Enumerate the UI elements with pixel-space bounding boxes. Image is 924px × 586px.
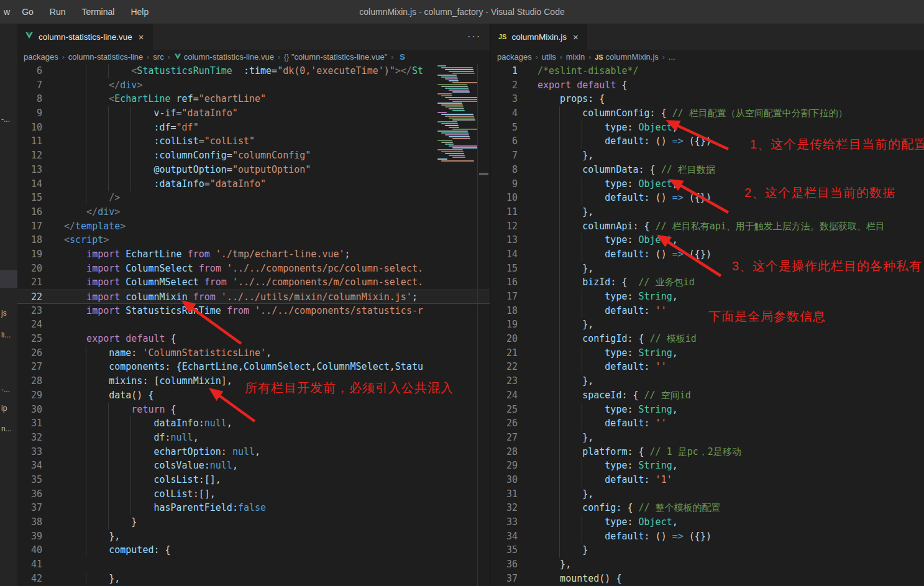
code-line-39[interactable]: 39},: [17, 529, 490, 544]
minimap[interactable]: [435, 65, 477, 168]
menu-item-terminal[interactable]: Terminal: [74, 0, 123, 24]
code-line-33[interactable]: 33echartOption: null,: [17, 445, 490, 459]
code-line-17[interactable]: 17</template>: [17, 219, 490, 234]
code-line-19[interactable]: 19},: [491, 318, 924, 332]
menu-item-run[interactable]: Run: [42, 0, 74, 24]
code-line-3[interactable]: 3props: {: [491, 92, 924, 106]
explorer-sidebar-clipped[interactable]: -...jsli...-...ipn...: [0, 24, 17, 586]
breadcrumb-item[interactable]: mixin: [566, 52, 585, 62]
menu-item-w[interactable]: w: [2, 0, 14, 24]
code-line-27[interactable]: 27components: {EchartLine,ColumnSelect,C…: [17, 360, 490, 374]
code-line-6[interactable]: 6default: () => ({}): [491, 134, 924, 149]
code-line-33[interactable]: 33type: Object,: [491, 515, 924, 529]
code-line-28[interactable]: 28mixins: [columnMixin],: [17, 374, 490, 388]
breadcrumb-item[interactable]: {}"column-statistics-line.vue": [284, 52, 387, 62]
code-line-19[interactable]: 19import EchartLine from './tmp/echart-l…: [17, 247, 490, 262]
code-editor-right[interactable]: 1/*eslint-disable*/2export default {3pro…: [491, 64, 924, 586]
code-line-32[interactable]: 32df:null,: [17, 431, 490, 445]
code-line-25[interactable]: 25export default {: [17, 332, 490, 346]
code-line-34[interactable]: 34default: () => ({}): [491, 529, 924, 544]
code-line-16[interactable]: 16bizId: { // 业务包id: [491, 275, 924, 290]
code-line-29[interactable]: 29type: String,: [491, 459, 924, 473]
sidebar-file-item[interactable]: -...: [1, 115, 17, 124]
code-line-37[interactable]: 37hasParentField:false: [17, 501, 490, 515]
code-line-29[interactable]: 29data() {: [17, 388, 490, 403]
code-line-34[interactable]: 34colsValue:null,: [17, 459, 490, 473]
close-icon[interactable]: ×: [137, 32, 145, 42]
code-line-17[interactable]: 17type: String,: [491, 290, 924, 304]
menu-item-go[interactable]: Go: [14, 0, 42, 24]
code-line-7[interactable]: 7</div>: [17, 78, 490, 93]
code-line-9[interactable]: 9v-if="dataInfo": [17, 106, 490, 121]
code-line-36[interactable]: 36},: [491, 557, 924, 572]
scrollbar[interactable]: [477, 64, 490, 586]
code-line-18[interactable]: 18<script>: [17, 233, 490, 247]
more-actions-icon[interactable]: ···: [467, 24, 481, 50]
code-line-38[interactable]: 38}: [17, 515, 490, 529]
breadcrumb-item[interactable]: src: [153, 52, 163, 62]
code-line-21[interactable]: 21import ColumnMSelect from '../../compo…: [17, 275, 490, 290]
code-line-26[interactable]: 26default: '': [491, 416, 924, 431]
tab-column-statistics-line-vue[interactable]: column-statistics-line.vue ×: [17, 24, 153, 50]
code-editor-left[interactable]: 6<StatusticsRunTime :time="dk(0,'execute…: [17, 64, 490, 586]
breadcrumb-item[interactable]: ...: [669, 52, 675, 62]
breadcrumb-item[interactable]: JScolumnMixin.js: [595, 52, 659, 62]
code-line-15[interactable]: 15},: [491, 262, 924, 276]
code-line-32[interactable]: 32config: { // 整个模板的配置: [491, 501, 924, 515]
breadcrumb-item[interactable]: S: [397, 52, 405, 62]
code-line-12[interactable]: 12columnApi: { // 栏目私有api、用于触发上层方法。数据获取、…: [491, 219, 924, 234]
code-line-13[interactable]: 13@outputOption="outputOption": [17, 163, 490, 177]
menu-item-help[interactable]: Help: [122, 0, 157, 24]
code-line-14[interactable]: 14default: () => ({}): [491, 247, 924, 262]
code-line-11[interactable]: 11:colList="colList": [17, 134, 490, 149]
code-line-18[interactable]: 18default: '': [491, 304, 924, 318]
code-line-31[interactable]: 31},: [491, 487, 924, 501]
code-line-13[interactable]: 13type: Object,: [491, 233, 924, 247]
code-line-2[interactable]: 2export default {: [491, 78, 924, 93]
code-line-21[interactable]: 21type: String,: [491, 346, 924, 360]
sidebar-file-item[interactable]: n...: [1, 424, 17, 433]
code-line-24[interactable]: 24: [17, 318, 490, 332]
code-line-22[interactable]: 22default: '': [491, 360, 924, 374]
code-line-14[interactable]: 14:dataInfo="dataInfo": [17, 177, 490, 191]
code-line-26[interactable]: 26name: 'ColumnStatisticsLine',: [17, 346, 490, 360]
code-line-35[interactable]: 35colsList:[],: [17, 473, 490, 487]
code-line-25[interactable]: 25type: String,: [491, 403, 924, 417]
code-line-37[interactable]: 37mounted() {: [491, 572, 924, 586]
breadcrumb-item[interactable]: utils: [542, 52, 556, 62]
code-line-20[interactable]: 20import ColumnSelect from '../../compon…: [17, 262, 490, 276]
breadcrumb-item[interactable]: packages: [24, 52, 58, 62]
breadcrumb-item[interactable]: packages: [497, 52, 532, 62]
code-line-11[interactable]: 11},: [491, 205, 924, 219]
code-line-20[interactable]: 20configId: { // 模板id: [491, 332, 924, 346]
code-line-31[interactable]: 31dataInfo:null,: [17, 416, 490, 431]
code-line-15[interactable]: 15/>: [17, 191, 490, 205]
code-line-12[interactable]: 12:columnConfig="columnConfig": [17, 149, 490, 163]
code-line-4[interactable]: 4columnConfig: { // 栏目配置（从空间配置中分割下拉的）: [491, 106, 924, 121]
code-line-36[interactable]: 36colList:[],: [17, 487, 490, 501]
code-line-6[interactable]: 6<StatusticsRunTime :time="dk(0,'execute…: [17, 64, 490, 78]
breadcrumb-item[interactable]: column-statistics-line.vue: [174, 52, 274, 62]
breadcrumb-item[interactable]: column-statistics-line: [68, 52, 144, 62]
code-line-7[interactable]: 7},: [491, 149, 924, 163]
tab-columnmixin-js[interactable]: JS columnMixin.js ×: [491, 24, 588, 50]
code-line-30[interactable]: 30return {: [17, 403, 490, 417]
sidebar-file-item[interactable]: ip: [1, 404, 17, 413]
sidebar-file-item[interactable]: li...: [1, 331, 17, 339]
code-line-10[interactable]: 10:df="df": [17, 121, 490, 135]
code-line-41[interactable]: 41: [17, 557, 490, 572]
code-line-1[interactable]: 1/*eslint-disable*/: [491, 64, 924, 78]
code-line-40[interactable]: 40computed: {: [17, 543, 490, 557]
code-line-16[interactable]: 16</div>: [17, 205, 490, 219]
code-line-5[interactable]: 5type: Object,: [491, 121, 924, 135]
sidebar-file-item[interactable]: -...: [1, 385, 17, 394]
close-icon[interactable]: ×: [572, 32, 580, 42]
sidebar-selected-row[interactable]: [0, 270, 17, 288]
code-line-27[interactable]: 27},: [491, 431, 924, 445]
code-line-10[interactable]: 10default: () => ({}): [491, 191, 924, 205]
code-line-30[interactable]: 30default: '1': [491, 473, 924, 487]
code-line-23[interactable]: 23},: [491, 374, 924, 388]
sidebar-file-item[interactable]: js: [1, 309, 17, 318]
scrollbar-thumb[interactable]: [479, 173, 488, 175]
code-line-23[interactable]: 23import StatusticsRunTime from '../../c…: [17, 304, 490, 318]
